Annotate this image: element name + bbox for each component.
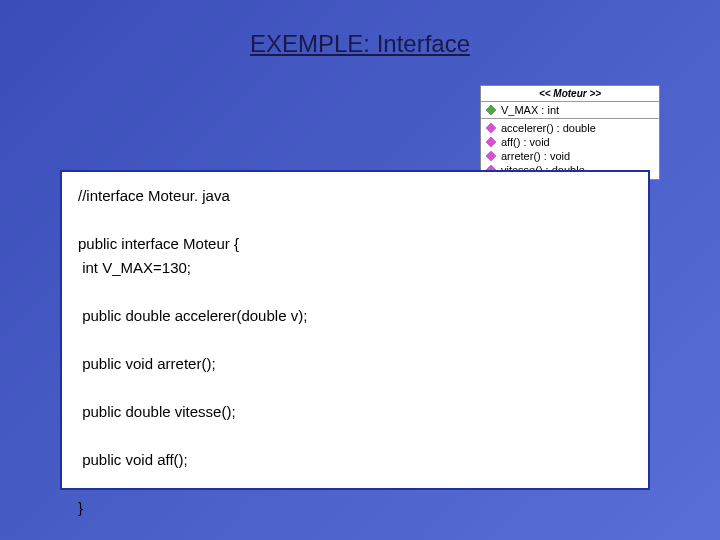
uml-operation-row: accelerer() : double bbox=[485, 121, 655, 135]
code-block: //interface Moteur. java public interfac… bbox=[60, 170, 650, 490]
svg-marker-0 bbox=[486, 105, 496, 115]
svg-marker-1 bbox=[486, 123, 496, 133]
uml-operation-row: arreter() : void bbox=[485, 149, 655, 163]
attribute-icon bbox=[485, 104, 497, 116]
uml-header: << Moteur >> bbox=[481, 86, 659, 102]
uml-attribute-row: V_MAX : int bbox=[481, 102, 659, 119]
svg-marker-2 bbox=[486, 137, 496, 147]
slide-title: EXEMPLE: Interface bbox=[0, 0, 720, 58]
uml-operation-row: aff() : void bbox=[485, 135, 655, 149]
operation-icon bbox=[485, 122, 497, 134]
uml-diagram: << Moteur >> V_MAX : int accelerer() : d… bbox=[480, 85, 660, 180]
svg-marker-3 bbox=[486, 151, 496, 161]
operation-icon bbox=[485, 150, 497, 162]
uml-stereotype: << Moteur >> bbox=[485, 88, 655, 99]
uml-operation-label: arreter() : void bbox=[501, 150, 570, 162]
uml-operation-label: aff() : void bbox=[501, 136, 550, 148]
uml-operation-label: accelerer() : double bbox=[501, 122, 596, 134]
uml-attribute-label: V_MAX : int bbox=[501, 104, 559, 116]
operation-icon bbox=[485, 136, 497, 148]
